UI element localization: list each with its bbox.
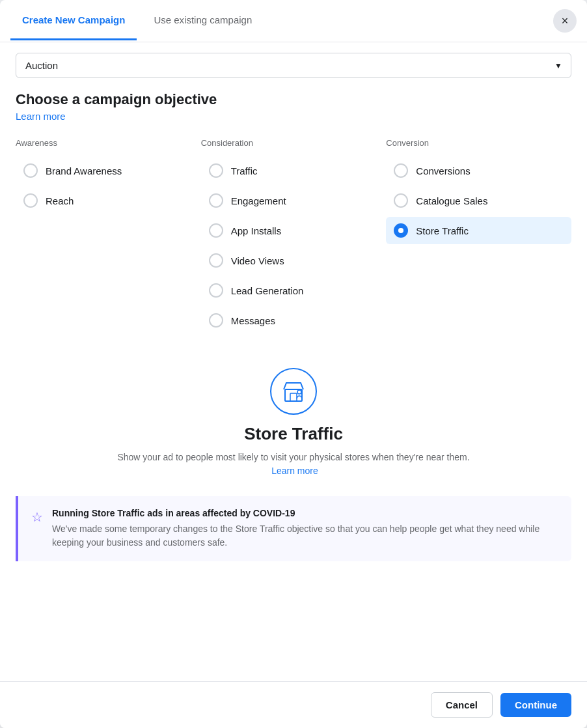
objective-label-video-views: Video Views (231, 255, 284, 266)
preview-learn-more-link[interactable]: Learn more (271, 466, 318, 476)
notice-title: Running Store Traffic ads in areas affec… (52, 508, 558, 518)
objective-label-catalogue-sales: Catalogue Sales (416, 195, 487, 206)
svg-point-2 (297, 390, 301, 394)
objectives-grid: Awareness Brand Awareness Reach Consider… (16, 138, 571, 337)
radio-conversions (394, 163, 408, 178)
tab-use-existing-campaign[interactable]: Use existing campaign (142, 1, 264, 40)
radio-store-traffic (394, 223, 408, 238)
auction-dropdown[interactable]: Auction Reach & Frequency (16, 53, 571, 78)
close-button[interactable]: × (553, 9, 577, 33)
objective-catalogue-sales[interactable]: Catalogue Sales (386, 187, 571, 214)
radio-engagement (209, 193, 223, 208)
objective-label-lead-generation: Lead Generation (231, 285, 304, 296)
objective-label-traffic: Traffic (231, 165, 258, 176)
continue-button[interactable]: Continue (500, 693, 571, 717)
objective-store-traffic[interactable]: Store Traffic (386, 217, 571, 244)
objective-label-messages: Messages (231, 315, 275, 326)
modal-header: Create New Campaign Use existing campaig… (0, 0, 587, 42)
objective-label-engagement: Engagement (231, 195, 286, 206)
preview-title: Store Traffic (244, 424, 343, 444)
svg-rect-1 (290, 393, 297, 401)
conversion-column: Conversion Conversions Catalogue Sales S… (386, 138, 571, 337)
radio-catalogue-sales (394, 193, 408, 208)
objective-app-installs[interactable]: App Installs (201, 217, 387, 244)
store-traffic-icon (270, 368, 317, 415)
objective-brand-awareness[interactable]: Brand Awareness (16, 157, 201, 184)
modal-content: Auction Reach & Frequency ▼ Choose a cam… (0, 42, 587, 681)
consideration-category-label: Consideration (201, 138, 387, 148)
preview-description: Show your ad to people most likely to vi… (111, 451, 476, 478)
objective-engagement[interactable]: Engagement (201, 187, 387, 214)
awareness-column: Awareness Brand Awareness Reach (16, 138, 201, 337)
create-campaign-modal: Create New Campaign Use existing campaig… (0, 0, 587, 728)
objective-conversions[interactable]: Conversions (386, 157, 571, 184)
objective-messages[interactable]: Messages (201, 307, 387, 334)
svg-rect-0 (285, 389, 302, 401)
objective-label-conversions: Conversions (416, 165, 470, 176)
modal-footer: Cancel Continue (0, 681, 587, 728)
objective-video-views[interactable]: Video Views (201, 247, 387, 274)
objective-reach[interactable]: Reach (16, 187, 201, 214)
auction-dropdown-wrapper: Auction Reach & Frequency ▼ (16, 53, 571, 78)
radio-reach (23, 193, 38, 208)
preview-section: Store Traffic Show your ad to people mos… (16, 352, 571, 496)
objective-lead-generation[interactable]: Lead Generation (201, 277, 387, 304)
objective-label-brand-awareness: Brand Awareness (46, 165, 122, 176)
radio-app-installs (209, 223, 223, 238)
objective-label-store-traffic: Store Traffic (416, 225, 469, 236)
cancel-button[interactable]: Cancel (431, 692, 493, 718)
learn-more-link[interactable]: Learn more (16, 111, 66, 122)
tab-create-new-campaign[interactable]: Create New Campaign (10, 1, 137, 40)
radio-traffic (209, 163, 223, 178)
objective-label-app-installs: App Installs (231, 225, 282, 236)
covid-notice-box: ☆ Running Store Traffic ads in areas aff… (16, 496, 571, 561)
star-icon: ☆ (31, 509, 43, 525)
campaign-objective-heading: Choose a campaign objective (16, 91, 571, 108)
notice-body: We've made some temporary changes to the… (52, 522, 558, 550)
awareness-category-label: Awareness (16, 138, 201, 148)
campaign-objective-heading-section: Choose a campaign objective Learn more (16, 91, 571, 122)
notice-content: Running Store Traffic ads in areas affec… (52, 508, 558, 550)
radio-video-views (209, 253, 223, 268)
objective-traffic[interactable]: Traffic (201, 157, 387, 184)
radio-messages (209, 313, 223, 328)
radio-lead-generation (209, 283, 223, 298)
radio-brand-awareness (23, 163, 38, 178)
buying-type-section: Auction Reach & Frequency ▼ (16, 53, 571, 78)
consideration-column: Consideration Traffic Engagement App Ins… (201, 138, 387, 337)
conversion-category-label: Conversion (386, 138, 571, 148)
objective-label-reach: Reach (46, 195, 74, 206)
